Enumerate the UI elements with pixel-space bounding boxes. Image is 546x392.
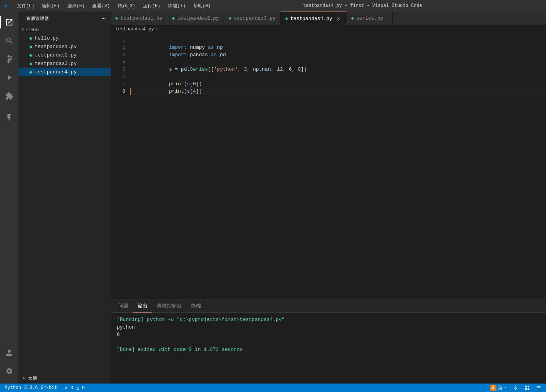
output-blank-line <box>117 339 540 346</box>
output-done-line: [Done] exited with code=0 in 1.073 secon… <box>117 346 540 354</box>
line-num-2: 2 <box>111 44 125 51</box>
warnings-label: △ 0 <box>76 385 85 391</box>
line-num-6: 6 <box>111 73 125 80</box>
code-text: , <box>292 66 298 72</box>
tab-label: testpandas2.py <box>177 15 219 21</box>
panel-tab-debug[interactable]: 调试控制台 <box>152 299 186 313</box>
code-text: ([ <box>208 66 214 72</box>
errors-status[interactable]: ⊗ 0 △ 0 <box>63 384 86 392</box>
code-text: ]) <box>196 81 202 87</box>
file-testpandas2-py[interactable]: ◆ testpandas2.py <box>18 51 111 59</box>
run-debug-icon[interactable] <box>0 68 18 87</box>
keyword-as: as <box>211 52 217 58</box>
testing-icon[interactable] <box>0 108 18 127</box>
folder-first[interactable]: ▼ FIRST <box>18 25 111 34</box>
activity-bar <box>0 12 18 384</box>
code-text: , <box>247 66 253 72</box>
fn-print2: print <box>169 88 184 94</box>
file-hello-py[interactable]: ◆ hello.py <box>18 34 111 42</box>
file-name: hello.py <box>35 35 58 41</box>
breadcrumb-file[interactable]: testpandas4.py <box>115 27 154 32</box>
code-text: [ <box>190 88 193 94</box>
code-text: numpy <box>187 45 208 50</box>
tab-testpandas1[interactable]: ◆ testpandas1.py <box>111 12 167 25</box>
main-layout: 资源管理器 ⋯ ▼ FIRST ◆ hello.py ◆ testpandas1… <box>0 12 546 384</box>
panel-tabs: 问题 输出 调试控制台 终端 <box>111 299 546 313</box>
fn-print: print <box>169 81 184 87</box>
panel: 问题 输出 调试控制台 终端 [Running] python -u "d:\p… <box>111 299 546 384</box>
code-line-1: import numpy as np <box>130 37 546 44</box>
num-4: 4 <box>193 88 196 94</box>
status-left: Python 3.8.6 64-bit ⊗ 0 △ 0 <box>3 384 86 392</box>
file-testpandas1-py[interactable]: ◆ testpandas1.py <box>18 42 111 51</box>
tab-testpandas3[interactable]: ◆ testpandas3.py <box>224 12 280 25</box>
code-lines[interactable]: import numpy as np import pandas as pd s… <box>130 33 546 299</box>
code-line-4: s = pd.Series(['python', 3, np.nan, 12, … <box>130 58 546 66</box>
var-pd2: pd <box>181 66 187 72</box>
line-num-4: 4 <box>111 58 125 66</box>
ime-icon: S <box>490 385 496 391</box>
titlebar-menu: 文件(F) 编辑(E) 选择(S) 查看(V) 转到(G) 运行(R) 终端(T… <box>14 2 214 10</box>
file-testpandas3-py[interactable]: ◆ testpandas3.py <box>18 59 111 68</box>
panel-tab-terminal[interactable]: 终端 <box>186 299 206 313</box>
code-line-6: print(s[0]) <box>130 73 546 80</box>
panel-tab-output[interactable]: 输出 <box>133 299 152 313</box>
num-0: 0 <box>193 81 196 87</box>
explorer-icon[interactable] <box>0 13 18 32</box>
line-num-5: 5 <box>111 66 125 73</box>
line-num-7: 7 <box>111 80 125 88</box>
var-np: np <box>217 45 223 50</box>
panel-tab-problems[interactable]: 问题 <box>114 299 133 313</box>
mic-status[interactable] <box>511 384 520 392</box>
menu-run[interactable]: 运行(R) <box>140 2 164 10</box>
outline-section[interactable]: ► 大纲 <box>18 373 111 384</box>
menu-terminal[interactable]: 终端(T) <box>165 2 189 10</box>
source-control-icon[interactable] <box>0 50 18 68</box>
menu-select[interactable]: 选择(S) <box>64 2 88 10</box>
menu-file[interactable]: 文件(F) <box>14 2 38 10</box>
tab-testpandas4[interactable]: ◆ testpandas4.py ✕ <box>280 12 346 25</box>
vscode-logo: ❖ <box>4 2 8 10</box>
sidebar-more-icon[interactable]: ⋯ <box>102 15 106 22</box>
menu-help[interactable]: 帮助(H) <box>190 2 214 10</box>
panel-content: [Running] python -u "d:\pyprojects\first… <box>111 313 546 384</box>
python-version-status[interactable]: Python 3.8.6 64-bit <box>3 384 59 392</box>
code-text: , <box>283 66 289 72</box>
editor-area: ◆ testpandas1.py ◆ testpandas2.py ◆ test… <box>111 12 546 384</box>
tab-series[interactable]: ◆ series.py <box>347 12 393 25</box>
ime-dot: · <box>504 385 507 390</box>
code-editor[interactable]: 1 2 3 4 5 6 7 8 import numpy as np impor… <box>111 33 546 299</box>
extensions-icon[interactable] <box>0 87 18 105</box>
code-text: . <box>259 66 262 72</box>
file-name: testpandas3.py <box>35 61 76 66</box>
file-name: testpandas2.py <box>35 52 76 58</box>
line-num-8: 8 <box>111 88 125 95</box>
var-np2: np <box>253 66 259 72</box>
var-nan: nan <box>262 66 271 72</box>
code-text: ]) <box>301 66 307 72</box>
menu-edit[interactable]: 编辑(E) <box>39 2 63 10</box>
breadcrumb-rest[interactable]: ... <box>160 27 168 32</box>
line-numbers: 1 2 3 4 5 6 7 8 <box>111 33 130 299</box>
editor-content: 1 2 3 4 5 6 7 8 import numpy as np impor… <box>111 33 546 299</box>
tab-close-button[interactable]: ✕ <box>335 15 342 22</box>
menu-view[interactable]: 查看(V) <box>89 2 113 10</box>
sidebar-bottom: ► 大纲 <box>18 373 111 384</box>
file-testpandas4-py[interactable]: ◆ testpandas4.py <box>18 68 111 76</box>
code-op: = <box>172 66 181 72</box>
num-12: 12 <box>277 66 283 72</box>
file-tree: ▼ FIRST ◆ hello.py ◆ testpandas1.py ◆ te… <box>18 24 111 373</box>
num-3: 3 <box>244 66 247 72</box>
tab-file-icon: ◆ <box>115 15 118 21</box>
code-text: ]) <box>196 88 202 94</box>
grid-status[interactable] <box>534 384 543 392</box>
search-icon[interactable] <box>0 32 18 50</box>
tab-testpandas2[interactable]: ◆ testpandas2.py <box>167 12 224 25</box>
output-python-line: python <box>117 324 540 331</box>
account-icon[interactable] <box>0 344 18 362</box>
menu-goto[interactable]: 转到(G) <box>115 2 138 10</box>
breadcrumb-separator: > <box>156 27 158 32</box>
ime-status[interactable]: S 英 · <box>488 384 508 392</box>
settings-icon[interactable] <box>0 362 18 380</box>
layout-status[interactable] <box>523 384 531 392</box>
